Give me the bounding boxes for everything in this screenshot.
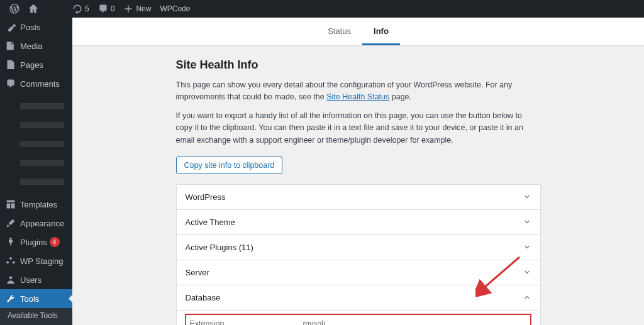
sidebar-item-blank[interactable]: [0, 116, 72, 135]
plus-icon: [123, 4, 133, 14]
intro-paragraph-1: This page can show you every detail abou…: [176, 79, 541, 104]
info-panel-list: WordPressActive ThemeActive Plugins (11)…: [176, 184, 541, 325]
blank-icon: [5, 101, 16, 112]
sidebar-item-label: [20, 141, 64, 147]
panel-body-database: ExtensionmysqliServer version10.11.7-Mar…: [177, 310, 540, 325]
sidebar-item-label: Users: [20, 275, 42, 285]
stage-icon: [5, 255, 16, 267]
panel-wordpress[interactable]: WordPress: [177, 185, 540, 209]
sidebar-item-posts[interactable]: Posts: [0, 18, 72, 36]
sidebar-item-blank[interactable]: [0, 172, 72, 191]
chevron-down-icon: [523, 192, 531, 201]
panel-title: Active Theme: [186, 218, 235, 227]
copy-site-info-button[interactable]: Copy site info to clipboard: [176, 157, 283, 174]
sidebar-item-pages[interactable]: Pages: [0, 55, 72, 74]
sidebar-item-appearance[interactable]: Appearance: [0, 214, 72, 233]
page-title: Site Health Info: [176, 58, 541, 72]
wrench-icon: [5, 293, 16, 304]
sidebar-item-tools[interactable]: Tools: [0, 289, 72, 308]
sidebar-item-label: [20, 103, 64, 109]
wpcode-bar[interactable]: WPCode: [155, 0, 194, 18]
update-badge: 4: [50, 237, 60, 247]
chevron-down-icon: [523, 243, 531, 251]
tab-info[interactable]: Info: [362, 18, 400, 45]
sidebar-item-label: [20, 160, 64, 166]
page-icon: [5, 59, 16, 70]
blank-icon: [5, 157, 16, 168]
intro-paragraph-2: If you want to export a handy list of al…: [176, 110, 541, 146]
row-key: Extension: [186, 314, 299, 325]
panel-active[interactable]: Active Theme: [177, 209, 540, 234]
home-icon: [28, 4, 38, 14]
wpcode-label: WPCode: [160, 4, 190, 13]
chevron-down-icon: [523, 268, 531, 277]
brush-icon: [5, 218, 16, 229]
comment-icon: [5, 78, 16, 89]
sidebar-item-users[interactable]: Users: [0, 270, 72, 289]
sidebar-item-media[interactable]: Media: [0, 36, 72, 55]
user-icon: [5, 274, 16, 285]
plug-icon: [5, 236, 16, 248]
sidebar-item-blank[interactable]: [0, 97, 72, 116]
admin-bar: 5 0 New WPCode: [0, 0, 644, 18]
sidebar-item-blank[interactable]: [0, 135, 72, 153]
media-icon: [5, 40, 16, 52]
blank-icon: [5, 119, 16, 131]
submenu-available-tools[interactable]: Available Tools: [0, 308, 72, 323]
panel-server[interactable]: Server: [177, 260, 540, 285]
sidebar-item-label: Appearance: [20, 219, 64, 228]
site-health-tabs: Status Info: [72, 18, 644, 46]
chevron-up-icon: [523, 293, 531, 302]
new-content[interactable]: New: [119, 0, 155, 18]
site-health-status-link[interactable]: Site Health Status: [326, 92, 389, 101]
sidebar-item-templates[interactable]: Templates: [0, 195, 72, 214]
submenu-label: Available Tools: [8, 311, 58, 320]
table-row: Extensionmysqli: [186, 314, 531, 325]
sidebar-item-label: Media: [20, 41, 42, 51]
sidebar-item-label: Pages: [20, 60, 43, 70]
svg-point-0: [9, 276, 13, 279]
new-label: New: [136, 4, 151, 13]
sidebar-item-label: [20, 179, 64, 185]
site-home[interactable]: [24, 0, 45, 18]
database-table: ExtensionmysqliServer version10.11.7-Mar…: [186, 314, 531, 325]
updates-count: 5: [85, 4, 89, 13]
panel-active[interactable]: Active Plugins (11): [177, 234, 540, 260]
sidebar-item-comments[interactable]: Comments: [0, 74, 72, 93]
sidebar-item-blank[interactable]: [0, 153, 72, 172]
refresh-icon: [72, 4, 82, 14]
row-value: mysqli: [299, 314, 531, 325]
sidebar-item-label: Plugins: [20, 238, 47, 247]
updates[interactable]: 5: [68, 0, 94, 18]
admin-sidebar: PostsMediaPagesComments TemplatesAppeara…: [0, 18, 72, 325]
sidebar-item-label: Tools: [20, 294, 39, 304]
pin-icon: [5, 21, 16, 33]
panel-database[interactable]: Database: [177, 285, 540, 310]
sidebar-item-wp-staging[interactable]: WP Staging: [0, 251, 72, 270]
layout-icon: [5, 199, 16, 210]
sidebar-item-label: [20, 122, 64, 128]
sidebar-item-label: Templates: [20, 200, 57, 209]
sidebar-item-label: WP Staging: [20, 256, 63, 266]
panel-title: Server: [186, 268, 209, 277]
comment-icon: [98, 4, 108, 14]
blank-icon: [5, 176, 16, 187]
blank-icon: [5, 138, 16, 150]
tools-submenu: Available ToolsImportExportSite Health 1…: [0, 308, 72, 325]
chevron-down-icon: [523, 218, 531, 226]
main-content: Status Info Site Health Info This page c…: [72, 18, 644, 325]
panel-title: Active Plugins (11): [186, 243, 253, 252]
sidebar-item-label: Posts: [20, 23, 41, 32]
panel-title: WordPress: [186, 192, 226, 202]
comments-bar[interactable]: 0: [94, 0, 119, 18]
wordpress-icon: [9, 4, 19, 14]
tab-status[interactable]: Status: [316, 18, 362, 45]
sidebar-item-label: Comments: [20, 79, 60, 89]
panel-title: Database: [186, 293, 221, 302]
comments-bar-count: 0: [111, 4, 115, 13]
wp-logo[interactable]: [5, 0, 24, 18]
sidebar-item-plugins[interactable]: Plugins4: [0, 233, 72, 251]
